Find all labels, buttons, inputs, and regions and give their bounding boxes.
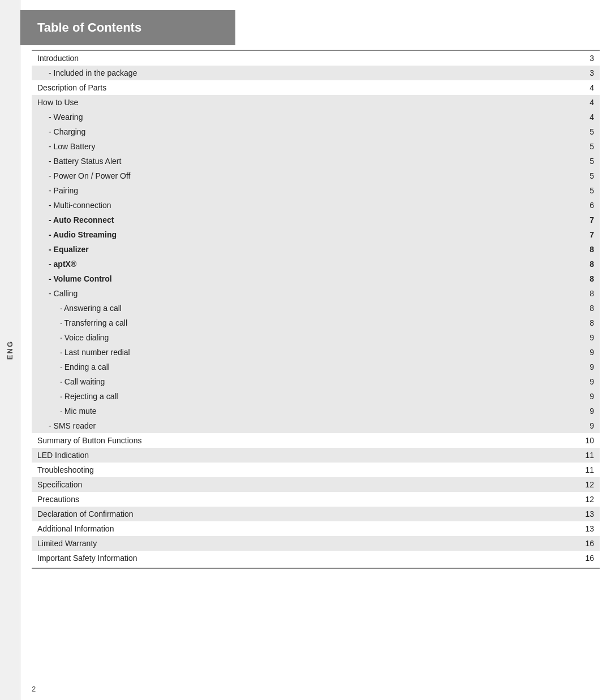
toc-row: - Charging5 — [32, 124, 600, 139]
toc-label: Specification — [32, 477, 571, 492]
toc-label: · Last number redial — [32, 345, 571, 360]
toc-page: 5 — [571, 183, 600, 198]
toc-page: 3 — [571, 66, 600, 80]
toc-row: Limited Warranty16 — [32, 536, 600, 551]
toc-row: Important Safety Information16 — [32, 551, 600, 565]
toc-row: - Calling8 — [32, 286, 600, 301]
toc-label: - Multi-connection — [32, 198, 571, 213]
toc-page: 4 — [571, 95, 600, 110]
toc-page: 8 — [571, 242, 600, 257]
toc-page: 7 — [571, 227, 600, 242]
toc-page: 13 — [571, 521, 600, 536]
toc-row: · Last number redial9 — [32, 345, 600, 360]
toc-row: · Rejecting a call9 — [32, 389, 600, 404]
toc-row: · Mic mute9 — [32, 404, 600, 418]
toc-page: 16 — [571, 551, 600, 565]
toc-page: 3 — [571, 51, 600, 66]
toc-page: 8 — [571, 257, 600, 271]
toc-label: Summary of Button Functions — [32, 433, 571, 448]
page-number: 2 — [32, 685, 36, 693]
toc-row: Troubleshooting11 — [32, 463, 600, 477]
toc-row: Precautions12 — [32, 492, 600, 507]
toc-label: - Equalizer — [32, 242, 571, 257]
toc-row: Additional Information13 — [32, 521, 600, 536]
toc-label: · Answering a call — [32, 301, 571, 316]
toc-label: Troubleshooting — [32, 463, 571, 477]
toc-label: Important Safety Information — [32, 551, 571, 565]
toc-label: LED Indication — [32, 448, 571, 463]
toc-label: - Calling — [32, 286, 571, 301]
toc-page: 12 — [571, 492, 600, 507]
toc-label: · Rejecting a call — [32, 389, 571, 404]
toc-row: - Wearing4 — [32, 110, 600, 124]
toc-label: · Ending a call — [32, 360, 571, 374]
toc-label: How to Use — [32, 95, 571, 110]
toc-page: 9 — [571, 389, 600, 404]
language-tab: ENG — [0, 0, 20, 700]
toc-row: Specification12 — [32, 477, 600, 492]
toc-row: - Multi-connection6 — [32, 198, 600, 213]
toc-page: 6 — [571, 198, 600, 213]
toc-page: 8 — [571, 316, 600, 330]
toc-label: · Call waiting — [32, 374, 571, 389]
toc-row: Introduction3 — [32, 51, 600, 66]
toc-label: - Included in the package — [32, 66, 571, 80]
toc-label: Limited Warranty — [32, 536, 571, 551]
toc-row: · Voice dialing9 — [32, 330, 600, 345]
toc-row: - Volume Control8 — [32, 271, 600, 286]
toc-row: Declaration of Confirmation13 — [32, 507, 600, 521]
toc-label: · Voice dialing — [32, 330, 571, 345]
page-title: Table of Contents — [37, 20, 141, 34]
toc-label: Description of Parts — [32, 80, 571, 95]
toc-table: Introduction3- Included in the package3D… — [32, 51, 600, 565]
toc-row: - SMS reader9 — [32, 418, 600, 433]
toc-label: Declaration of Confirmation — [32, 507, 571, 521]
toc-row: - Battery Status Alert5 — [32, 154, 600, 168]
toc-page: 10 — [571, 433, 600, 448]
toc-page: 11 — [571, 448, 600, 463]
toc-label: - Volume Control — [32, 271, 571, 286]
toc-label: Introduction — [32, 51, 571, 66]
toc-page: 16 — [571, 536, 600, 551]
toc-label: Precautions — [32, 492, 571, 507]
toc-page: 8 — [571, 271, 600, 286]
toc-label: - Wearing — [32, 110, 571, 124]
toc-label: - Charging — [32, 124, 571, 139]
toc-row: - Equalizer8 — [32, 242, 600, 257]
toc-label: - aptX® — [32, 257, 571, 271]
toc-row: · Ending a call9 — [32, 360, 600, 374]
toc-label: - SMS reader — [32, 418, 571, 433]
header-banner: Table of Contents — [20, 10, 235, 45]
toc-page: 5 — [571, 154, 600, 168]
toc-label: · Mic mute — [32, 404, 571, 418]
bottom-divider — [32, 568, 600, 569]
toc-row: - Pairing5 — [32, 183, 600, 198]
toc-label: - Power On / Power Off — [32, 168, 571, 183]
toc-page: 8 — [571, 286, 600, 301]
toc-label: - Audio Streaming — [32, 227, 571, 242]
toc-label: Additional Information — [32, 521, 571, 536]
toc-page: 11 — [571, 463, 600, 477]
toc-label: - Pairing — [32, 183, 571, 198]
toc-page: 5 — [571, 124, 600, 139]
toc-page: 9 — [571, 404, 600, 418]
toc-page: 13 — [571, 507, 600, 521]
toc-row: LED Indication11 — [32, 448, 600, 463]
toc-row: · Answering a call8 — [32, 301, 600, 316]
toc-page: 9 — [571, 418, 600, 433]
toc-row: - Included in the package3 — [32, 66, 600, 80]
toc-row: - Auto Reconnect7 — [32, 213, 600, 227]
toc-page: 9 — [571, 330, 600, 345]
toc-page: 9 — [571, 345, 600, 360]
toc-page: 7 — [571, 213, 600, 227]
toc-page: 9 — [571, 360, 600, 374]
toc-row: · Call waiting9 — [32, 374, 600, 389]
toc-row: Summary of Button Functions10 — [32, 433, 600, 448]
toc-row: How to Use4 — [32, 95, 600, 110]
toc-row: · Transferring a call8 — [32, 316, 600, 330]
language-label: ENG — [6, 340, 14, 360]
page-container: ENG Table of Contents Introduction3- Inc… — [0, 0, 611, 700]
toc-page: 12 — [571, 477, 600, 492]
toc-page: 5 — [571, 168, 600, 183]
toc-page: 5 — [571, 139, 600, 154]
